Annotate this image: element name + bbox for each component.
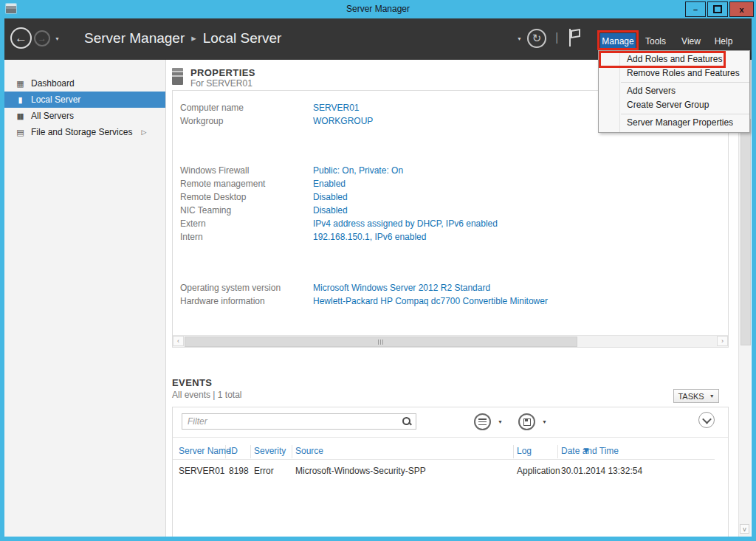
property-row: Intern192.168.150.1, IPv6 enabled <box>180 230 504 244</box>
window-border-bottom <box>0 537 756 541</box>
close-icon: x <box>739 5 743 14</box>
refresh-icon: ↻ <box>532 32 542 45</box>
property-value-link[interactable]: WORKGROUP <box>313 116 373 126</box>
properties-horizontal-scrollbar[interactable]: ‹ › <box>173 335 728 347</box>
sidebar-item-local-server[interactable]: ▮ Local Server <box>4 92 165 108</box>
all-servers-icon: ▮▮ <box>14 111 25 121</box>
breadcrumb-root[interactable]: Server Manager <box>84 30 185 46</box>
chevron-down-icon <box>702 414 712 424</box>
menu-item-remove-roles-features[interactable]: Remove Roles and Features <box>599 66 749 80</box>
list-icon <box>478 418 487 425</box>
property-row: Hardware informationHewlett-Packard HP C… <box>180 294 504 308</box>
history-dropdown-caret[interactable]: ▼ <box>55 36 60 41</box>
property-row: Computer nameSERVER01 <box>180 101 504 114</box>
column-header-log[interactable]: Log <box>517 445 558 458</box>
properties-subtitle: For SERVER01 <box>190 78 252 89</box>
column-header-id[interactable]: ID <box>229 445 251 458</box>
forward-arrow-icon: → <box>38 33 47 44</box>
events-table-header: Server Name ID Severity Source Log Date … <box>173 443 715 460</box>
menu-view[interactable]: View <box>678 33 704 49</box>
menu-item-create-server-group[interactable]: Create Server Group <box>599 98 749 112</box>
events-toolbar: ▼ ▼ <box>173 407 728 438</box>
scroll-right-icon[interactable]: › <box>717 336 728 346</box>
window-border-right <box>752 18 756 541</box>
minimize-icon: – <box>693 5 698 14</box>
table-row[interactable]: SERVER01 8198 Error Microsoft-Windows-Se… <box>173 464 715 478</box>
events-title: EVENTS <box>172 377 212 388</box>
property-value-link[interactable]: 192.168.150.1, IPv6 enabled <box>313 232 426 242</box>
save-query-button[interactable] <box>518 413 535 430</box>
events-panel: ▼ ▼ Server Name ID Severity Source Log D… <box>172 407 729 537</box>
sort-descending-icon: ▼ <box>582 445 591 455</box>
property-row: WorkgroupWORKGROUP <box>180 114 504 128</box>
property-value-link[interactable]: Microsoft Windows Server 2012 R2 Standar… <box>313 283 490 293</box>
breadcrumb-current[interactable]: Local Server <box>203 30 282 46</box>
properties-title: PROPERTIES <box>190 67 255 78</box>
column-header-server-name[interactable]: Server Name <box>179 445 226 458</box>
property-value-link[interactable]: Public: On, Private: On <box>313 165 403 176</box>
sidebar-item-label: Dashboard <box>31 78 75 89</box>
sidebar-item-label: File and Storage Services <box>31 127 132 137</box>
menu-item-add-servers[interactable]: Add Servers <box>599 84 749 98</box>
property-value-link[interactable]: Disabled <box>313 192 348 202</box>
save-dropdown-caret[interactable]: ▼ <box>542 419 547 424</box>
property-row: Remote DesktopDisabled <box>180 190 504 204</box>
property-row: Windows FirewallPublic: On, Private: On <box>180 164 504 177</box>
back-button[interactable]: ← <box>10 27 32 49</box>
breadcrumb-separator-icon: ▸ <box>191 32 196 44</box>
sidebar-item-label: Local Server <box>31 94 80 105</box>
tasks-caret-icon: ▼ <box>709 393 715 399</box>
property-value-link[interactable]: SERVER01 <box>313 103 359 113</box>
saved-queries-button[interactable] <box>474 413 491 430</box>
property-value-link[interactable]: Enabled <box>313 179 346 189</box>
menu-item-add-roles-features[interactable]: Add Roles and Features <box>599 52 749 66</box>
server-icon <box>172 68 183 85</box>
property-row: Remote managementEnabled <box>180 177 504 190</box>
maximize-button[interactable] <box>707 1 728 17</box>
close-button[interactable]: x <box>729 1 754 17</box>
expand-arrow-icon[interactable]: ▷ <box>141 128 146 136</box>
column-header-source[interactable]: Source <box>295 445 514 458</box>
sidebar-item-file-storage-services[interactable]: ▤ File and Storage Services ▷ <box>4 124 165 140</box>
minimize-button[interactable]: – <box>685 1 706 17</box>
window-border-left <box>0 18 4 541</box>
sidebar-item-label: All Servers <box>31 111 74 121</box>
menu-manage[interactable]: Manage <box>600 33 636 49</box>
scroll-down-icon[interactable]: v <box>740 524 749 534</box>
property-value-link[interactable]: IPv4 address assigned by DHCP, IPv6 enab… <box>313 218 498 229</box>
events-filter-input[interactable] <box>182 413 416 430</box>
column-header-severity[interactable]: Severity <box>254 445 292 458</box>
property-row: NIC TeamingDisabled <box>180 204 504 217</box>
save-icon <box>523 418 531 426</box>
file-storage-icon: ▤ <box>14 128 25 137</box>
collapse-events-button[interactable] <box>698 412 715 428</box>
vertical-scrollbar-thumb[interactable] <box>740 119 751 345</box>
dashboard-icon: ▦ <box>14 79 25 89</box>
toolbar-divider: | <box>555 30 558 45</box>
menu-help[interactable]: Help <box>710 33 737 49</box>
list-dropdown-caret[interactable]: ▼ <box>498 419 503 424</box>
events-subtitle: All events | 1 total <box>172 390 242 400</box>
property-value-link[interactable]: Hewlett-Packard HP Compaq dc7700 Convert… <box>313 296 548 306</box>
refresh-button[interactable]: ↻ <box>527 29 546 48</box>
menu-separator <box>621 114 749 114</box>
window-title: Server Manager <box>0 4 756 14</box>
breadcrumb: Server Manager▸Local Server <box>84 30 281 46</box>
forward-button[interactable]: → <box>34 30 50 46</box>
sidebar-item-all-servers[interactable]: ▮▮ All Servers <box>4 108 165 124</box>
column-header-date-time[interactable]: Date and Time <box>561 445 670 458</box>
notifications-flag-button[interactable] <box>568 29 583 46</box>
menu-item-server-manager-properties[interactable]: Server Manager Properties <box>599 116 749 130</box>
title-bar: Server Manager – x <box>0 0 756 18</box>
refresh-dropdown-caret[interactable]: ▼ <box>517 36 522 41</box>
menu-tools[interactable]: Tools <box>642 33 669 49</box>
sidebar-item-dashboard[interactable]: ▦ Dashboard <box>4 75 165 92</box>
scroll-left-icon[interactable]: ‹ <box>173 336 184 346</box>
search-icon[interactable] <box>402 416 412 427</box>
events-tasks-button[interactable]: TASKS ▼ <box>673 389 719 403</box>
sidebar: ▦ Dashboard ▮ Local Server ▮▮ All Server… <box>4 60 166 537</box>
horizontal-scrollbar-thumb[interactable] <box>185 337 577 347</box>
property-value-link[interactable]: Disabled <box>313 205 348 216</box>
window-controls: – x <box>685 1 754 17</box>
scrollbar-grip-icon <box>378 340 385 345</box>
